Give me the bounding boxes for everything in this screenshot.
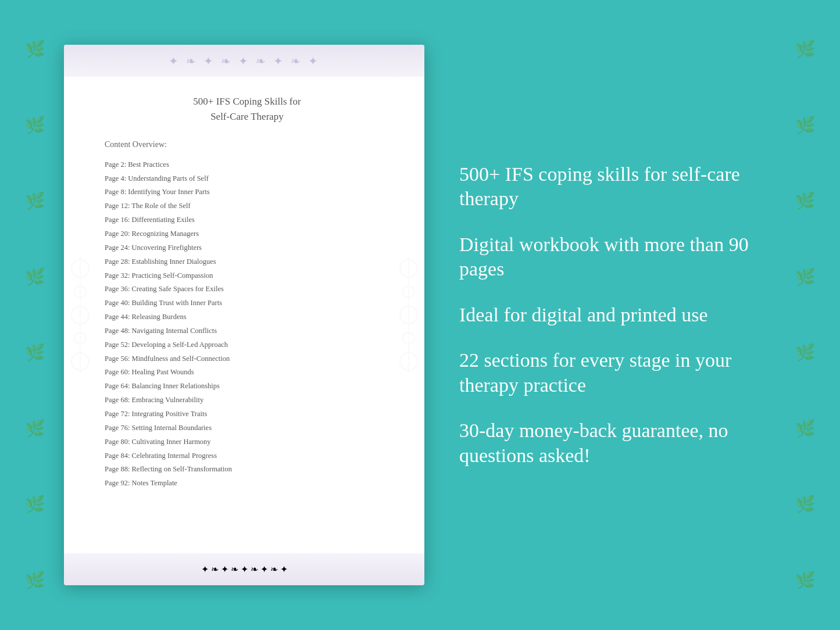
toc-title: Uncovering Firefighters (132, 244, 202, 252)
toc-page-number: Page 4: (105, 174, 126, 182)
toc-item: Page 88: Reflecting on Self-Transformati… (105, 463, 389, 477)
toc-title: Reflecting on Self-Transformation (132, 465, 232, 473)
title-line-2: Self-Care Therapy (210, 111, 284, 122)
feature-3: Ideal for digital and printed use (459, 303, 764, 328)
toc-item: Page 12: The Role of the Self (105, 199, 389, 213)
toc-page-number: Page 32: (105, 271, 130, 280)
toc-title: Understanding Parts of Self (128, 174, 209, 182)
toc-title: Differentiating Exiles (132, 216, 195, 224)
toc-item: Page 20: Recognizing Managers (105, 227, 389, 241)
floral-sprig: 🌿 (795, 571, 816, 590)
toc-item: Page 52: Developing a Self-Led Approach (105, 338, 389, 352)
toc-item: Page 44: Releasing Burdens (105, 310, 389, 324)
toc-item: Page 16: Differentiating Exiles (105, 213, 389, 227)
features-panel: 500+ IFS coping skills for self-care the… (459, 162, 840, 468)
toc-page-number: Page 24: (105, 244, 130, 252)
page-side-deco-left (64, 77, 96, 553)
toc-page-number: Page 72: (105, 410, 130, 418)
toc-title: Notes Template (132, 479, 177, 487)
toc-title: Best Practices (128, 160, 169, 169)
toc-page-number: Page 80: (105, 438, 130, 446)
toc-title: Creating Safe Spaces for Exiles (132, 285, 224, 293)
toc-page-number: Page 16: (105, 216, 130, 224)
table-of-contents: Page 2: Best PracticesPage 4: Understand… (105, 158, 389, 490)
toc-title: Cultivating Inner Harmony (132, 438, 211, 446)
floral-sprig: 🌿 (795, 495, 816, 514)
toc-page-number: Page 52: (105, 341, 130, 349)
toc-title: Building Trust with Inner Parts (132, 299, 223, 307)
toc-page-number: Page 68: (105, 396, 130, 404)
toc-title: Identifying Your Inner Parts (128, 188, 209, 196)
toc-item: Page 68: Embracing Vulnerability (105, 393, 389, 407)
toc-page-number: Page 40: (105, 299, 130, 307)
title-line-1: 500+ IFS Coping Skills for (193, 96, 301, 107)
toc-title: Developing a Self-Led Approach (132, 341, 228, 349)
toc-item: Page 48: Navigating Internal Conflicts (105, 324, 389, 338)
toc-page-number: Page 56: (105, 355, 130, 363)
toc-title: Setting Internal Boundaries (132, 424, 212, 432)
toc-item: Page 76: Setting Internal Boundaries (105, 421, 389, 435)
toc-page-number: Page 12: (105, 202, 130, 210)
document-title: 500+ IFS Coping Skills for Self-Care The… (105, 94, 389, 124)
toc-item: Page 28: Establishing Inner Dialogues (105, 255, 389, 269)
toc-title: Navigating Internal Conflicts (132, 327, 217, 335)
floral-sprig: 🌿 (25, 191, 45, 211)
toc-item: Page 72: Integrating Positive Traits (105, 407, 389, 421)
floral-sprig: 🌿 (25, 267, 45, 287)
toc-item: Page 32: Practicing Self-Compassion (105, 269, 389, 282)
toc-page-number: Page 48: (105, 327, 130, 335)
toc-title: Integrating Positive Traits (132, 410, 208, 418)
toc-item: Page 8: Identifying Your Inner Parts (105, 185, 389, 199)
toc-page-number: Page 64: (105, 382, 130, 390)
toc-item: Page 80: Cultivating Inner Harmony (105, 435, 389, 449)
floral-sprig: 🌿 (25, 495, 45, 514)
toc-page-number: Page 92: (105, 479, 130, 487)
feature-2: Digital workbook with more than 90 pages (459, 232, 764, 282)
toc-title: Mindfulness and Self-Connection (132, 355, 230, 363)
page-content: 500+ IFS Coping Skills for Self-Care The… (64, 77, 424, 553)
toc-page-number: Page 88: (105, 465, 130, 473)
toc-title: Healing Past Wounds (132, 368, 194, 376)
document-page: ✦ ❧ ✦ ❧ ✦ ❧ ✦ ❧ ✦ 500+ IFS Coping Skills… (64, 45, 424, 585)
toc-page-number: Page 84: (105, 452, 130, 460)
toc-item: Page 40: Building Trust with Inner Parts (105, 296, 389, 310)
feature-4: 22 sections for every stage in your ther… (459, 348, 764, 398)
toc-item: Page 92: Notes Template (105, 476, 389, 490)
toc-title: Balancing Inner Relationships (132, 382, 220, 390)
toc-page-number: Page 8: (105, 188, 126, 196)
toc-header: Content Overview: (105, 140, 389, 149)
toc-item: Page 56: Mindfulness and Self-Connection (105, 352, 389, 366)
floral-border-left: 🌿 🌿 🌿 🌿 🌿 🌿 🌿 🌿 (0, 0, 70, 630)
page-bottom-decoration: ✦ ❧ ✦ ❧ ✦ ❧ ✦ ❧ ✦ (64, 553, 424, 585)
toc-page-number: Page 20: (105, 230, 130, 238)
floral-sprig: 🌿 (25, 40, 45, 59)
toc-page-number: Page 28: (105, 257, 130, 266)
toc-page-number: Page 44: (105, 313, 130, 321)
feature-5: 30-day money-back guarantee, no question… (459, 418, 764, 468)
toc-title: The Role of the Self (131, 202, 190, 210)
toc-page-number: Page 36: (105, 285, 130, 293)
toc-page-number: Page 76: (105, 424, 130, 432)
floral-sprig: 🌿 (25, 343, 45, 363)
toc-page-number: Page 60: (105, 368, 130, 376)
toc-title: Releasing Burdens (132, 313, 187, 321)
toc-item: Page 84: Celebrating Internal Progress (105, 449, 389, 463)
page-top-decoration: ✦ ❧ ✦ ❧ ✦ ❧ ✦ ❧ ✦ (64, 45, 424, 77)
toc-item: Page 4: Understanding Parts of Self (105, 171, 389, 185)
toc-title: Practicing Self-Compassion (132, 271, 213, 280)
floral-sprig: 🌿 (25, 571, 45, 590)
feature-1: 500+ IFS coping skills for self-care the… (459, 162, 764, 212)
toc-title: Recognizing Managers (132, 230, 199, 238)
page-side-deco-right (392, 77, 424, 553)
floral-sprig: 🌿 (795, 40, 816, 59)
toc-page-number: Page 2: (105, 160, 126, 169)
toc-title: Establishing Inner Dialogues (132, 257, 216, 266)
floral-sprig: 🌿 (795, 116, 816, 135)
floral-sprig: 🌿 (25, 116, 45, 135)
toc-item: Page 64: Balancing Inner Relationships (105, 380, 389, 393)
deco-pattern-top: ✦ ❧ ✦ ❧ ✦ ❧ ✦ ❧ ✦ (169, 54, 320, 68)
deco-pattern-bottom: ✦ ❧ ✦ ❧ ✦ ❧ ✦ ❧ ✦ (201, 564, 288, 575)
toc-item: Page 36: Creating Safe Spaces for Exiles (105, 282, 389, 296)
toc-item: Page 60: Healing Past Wounds (105, 366, 389, 380)
toc-item: Page 2: Best Practices (105, 158, 389, 171)
